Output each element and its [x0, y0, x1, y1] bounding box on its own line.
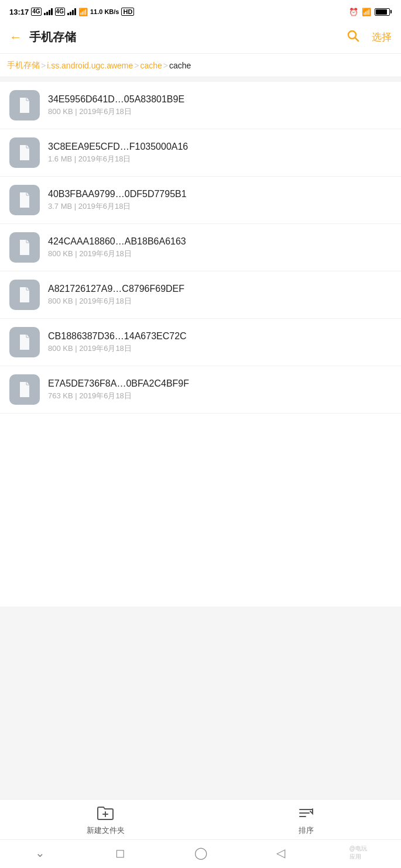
alarm-icon: ⏰	[349, 8, 358, 16]
page-title: 手机存储	[29, 29, 76, 45]
file-item[interactable]: 3C8EEA9E5CFD…F1035000A16 1.6 MB | 2019年6…	[0, 129, 401, 177]
new-folder-label: 新建文件夹	[87, 825, 125, 836]
back-button[interactable]: ←	[9, 30, 22, 45]
new-folder-icon	[97, 805, 114, 823]
header: ← 手机存储 选择	[0, 21, 401, 54]
file-meta-5: 800 KB | 2019年6月18日	[48, 343, 392, 354]
file-info-5: CB1886387D36…14A673EC72C 800 KB | 2019年6…	[48, 331, 392, 354]
svg-line-1	[355, 37, 359, 41]
file-item[interactable]: E7A5DE736F8A…0BFA2C4BF9F 763 KB | 2019年6…	[0, 366, 401, 414]
nav-circle-button[interactable]: ◯	[189, 845, 213, 861]
file-icon-0	[9, 90, 40, 120]
file-info-1: 3C8EEA9E5CFD…F1035000A16 1.6 MB | 2019年6…	[48, 142, 392, 164]
watermark: @电玩应用	[349, 845, 373, 861]
sort-button[interactable]: 排序	[297, 805, 315, 836]
nav-square-button[interactable]: ◻	[109, 845, 132, 861]
breadcrumb-item-0[interactable]: 手机存储	[7, 60, 40, 71]
file-meta-3: 800 KB | 2019年6月18日	[48, 249, 392, 259]
breadcrumb: 手机存储 > i.ss.android.ugc.aweme > cache > …	[0, 54, 401, 77]
spacer	[0, 607, 401, 800]
breadcrumb-sep-1: >	[134, 61, 139, 70]
signal-bars-1	[44, 8, 53, 15]
file-name-4: A821726127A9…C8796F69DEF	[48, 284, 392, 294]
status-bar: 13:17 4G 4G 📶 11.0 KB/s HD ⏰ 📶 37	[0, 0, 401, 21]
new-folder-button[interactable]: 新建文件夹	[87, 805, 125, 836]
header-left: ← 手机存储	[9, 29, 76, 45]
network-badge-1: 4G	[31, 8, 41, 16]
breadcrumb-item-1[interactable]: i.ss.android.ugc.aweme	[47, 61, 133, 70]
file-list: 34E5956D641D…05A83801B9E 800 KB | 2019年6…	[0, 82, 401, 607]
system-nav: ⌄ ◻ ◯ ◁ @电玩应用	[0, 839, 401, 868]
network-badge-2: 4G	[55, 8, 65, 16]
select-button[interactable]: 选择	[372, 30, 392, 44]
file-meta-4: 800 KB | 2019年6月18日	[48, 296, 392, 306]
file-item[interactable]: 424CAAA18860…AB18B6A6163 800 KB | 2019年6…	[0, 224, 401, 271]
battery-body: 37	[375, 8, 390, 16]
file-item[interactable]: CB1886387D36…14A673EC72C 800 KB | 2019年6…	[0, 319, 401, 366]
bluetooth-icon: 📶	[362, 8, 371, 16]
file-name-3: 424CAAA18860…AB18B6A6163	[48, 236, 392, 247]
file-icon-4	[9, 280, 40, 310]
file-info-4: A821726127A9…C8796F69DEF 800 KB | 2019年6…	[48, 284, 392, 306]
nav-chevron-button[interactable]: ⌄	[29, 845, 52, 861]
file-meta-1: 1.6 MB | 2019年6月18日	[48, 154, 392, 164]
file-item[interactable]: 34E5956D641D…05A83801B9E 800 KB | 2019年6…	[0, 82, 401, 129]
file-info-0: 34E5956D641D…05A83801B9E 800 KB | 2019年6…	[48, 94, 392, 117]
header-right: 选择	[346, 29, 392, 46]
file-icon-5	[9, 327, 40, 357]
file-icon-2	[9, 185, 40, 215]
file-name-5: CB1886387D36…14A673EC72C	[48, 331, 392, 342]
file-meta-0: 800 KB | 2019年6月18日	[48, 106, 392, 117]
hd-badge: HD	[121, 8, 134, 16]
bottom-toolbar: 新建文件夹 排序	[0, 799, 401, 839]
wifi-icon: 📶	[78, 8, 88, 16]
file-name-6: E7A5DE736F8A…0BFA2C4BF9F	[48, 378, 392, 389]
signal-bars-2	[67, 8, 76, 15]
file-info-6: E7A5DE736F8A…0BFA2C4BF9F 763 KB | 2019年6…	[48, 378, 392, 401]
breadcrumb-item-3: cache	[169, 61, 191, 70]
status-right: ⏰ 📶 37	[349, 8, 392, 16]
file-item[interactable]: 40B3FBAA9799…0DF5D7795B1 3.7 MB | 2019年6…	[0, 177, 401, 224]
file-icon-1	[9, 137, 40, 168]
file-info-2: 40B3FBAA9799…0DF5D7795B1 3.7 MB | 2019年6…	[48, 189, 392, 212]
file-item[interactable]: A821726127A9…C8796F69DEF 800 KB | 2019年6…	[0, 271, 401, 319]
sort-icon	[297, 805, 315, 823]
file-meta-6: 763 KB | 2019年6月18日	[48, 391, 392, 401]
file-name-2: 40B3FBAA9799…0DF5D7795B1	[48, 189, 392, 199]
battery-container: 37	[375, 8, 392, 16]
battery-tip	[390, 10, 392, 13]
sort-label: 排序	[299, 825, 314, 836]
time-display: 13:17	[9, 8, 29, 16]
status-left: 13:17 4G 4G 📶 11.0 KB/s HD	[9, 8, 134, 16]
breadcrumb-sep-0: >	[41, 61, 46, 70]
breadcrumb-sep-2: >	[163, 61, 168, 70]
speed-display: 11.0 KB/s	[90, 8, 119, 15]
file-name-1: 3C8EEA9E5CFD…F1035000A16	[48, 142, 392, 152]
file-info-3: 424CAAA18860…AB18B6A6163 800 KB | 2019年6…	[48, 236, 392, 259]
file-name-0: 34E5956D641D…05A83801B9E	[48, 94, 392, 105]
file-icon-6	[9, 374, 40, 405]
battery-text: 37	[379, 9, 385, 15]
file-meta-2: 3.7 MB | 2019年6月18日	[48, 201, 392, 212]
breadcrumb-item-2[interactable]: cache	[140, 61, 162, 70]
search-button[interactable]	[346, 29, 360, 46]
nav-back-button[interactable]: ◁	[269, 845, 293, 861]
file-icon-3	[9, 232, 40, 263]
